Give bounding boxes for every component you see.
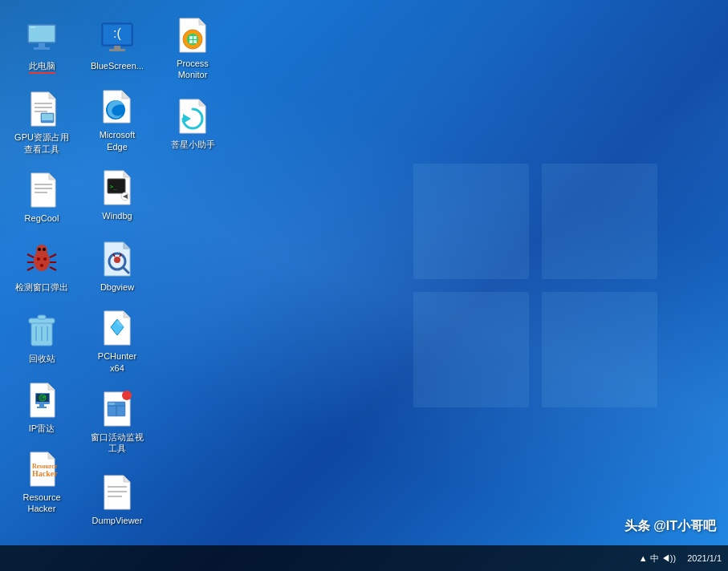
microsoft-edge-icon-image <box>98 87 136 126</box>
svg-marker-60 <box>122 91 130 99</box>
svg-marker-68 <box>124 242 130 249</box>
gpu-tool-icon-image <box>22 90 61 128</box>
taskbar-right: ▲ 中 ◀)) 2021/1/1 <box>639 553 722 565</box>
svg-rect-6 <box>39 43 45 47</box>
icon-detect-window[interactable]: 检测窗口弹出 <box>6 233 78 299</box>
svg-rect-97 <box>193 40 197 43</box>
svg-marker-75 <box>124 311 130 318</box>
icon-dbgview[interactable]: Dbgview <box>81 233 153 299</box>
icon-dumpviewer[interactable]: DumpViewer <box>81 467 153 533</box>
icon-window-monitor[interactable]: 窗口活动监视工具 <box>81 383 153 461</box>
recycle-bin-icon-image <box>22 311 61 350</box>
svg-marker-63 <box>124 171 130 177</box>
icon-regcool[interactable]: RegCool <box>6 164 78 230</box>
svg-point-34 <box>40 264 43 267</box>
resource-hacker-label: ResourceHacker <box>22 492 60 515</box>
icon-resource-hacker[interactable]: Resource Hacker ResourceHacker <box>6 443 78 521</box>
svg-marker-91 <box>199 18 205 25</box>
puxing-assistant-label: 菩星小助手 <box>171 139 215 150</box>
desktop: 此电脑 GPU资源占用查看工具 <box>0 0 728 571</box>
svg-point-33 <box>43 257 47 261</box>
detect-window-label: 检测窗口弹出 <box>15 281 68 293</box>
svg-rect-96 <box>189 40 193 43</box>
svg-point-25 <box>43 248 46 251</box>
dbgview-label: Dbgview <box>100 281 134 293</box>
taskbar: ▲ 中 ◀)) 2021/1/1 <box>0 545 728 571</box>
bluescreen-icon-image: :( <box>98 18 136 57</box>
svg-point-32 <box>37 257 40 261</box>
ip-radar-icon-image <box>22 381 61 419</box>
svg-rect-48 <box>39 404 44 407</box>
icon-gpu-tool[interactable]: GPU资源占用查看工具 <box>6 83 78 161</box>
svg-marker-51 <box>48 452 55 459</box>
icon-this-pc[interactable]: 此电脑 <box>6 12 78 80</box>
dbgview-icon-image <box>98 240 136 278</box>
icon-windbg[interactable]: >_ Windbg <box>81 162 153 228</box>
svg-line-26 <box>27 254 34 257</box>
regcool-label: RegCool <box>25 213 59 224</box>
svg-rect-15 <box>42 114 53 120</box>
svg-rect-49 <box>37 407 47 408</box>
process-monitor-icon-image <box>173 16 212 55</box>
windows-logo-background <box>407 157 664 414</box>
puxing-assistant-icon-image <box>173 97 212 136</box>
svg-rect-2 <box>413 292 529 407</box>
resource-hacker-icon-image: Resource Hacker <box>22 450 61 488</box>
svg-line-29 <box>50 254 56 257</box>
gpu-tool-label: GPU资源占用查看工具 <box>14 132 69 155</box>
svg-rect-58 <box>109 49 125 51</box>
svg-rect-1 <box>542 164 657 279</box>
pchunter-label: PCHunterx64 <box>98 350 136 374</box>
svg-rect-0 <box>413 164 529 279</box>
svg-marker-99 <box>199 99 205 106</box>
svg-rect-3 <box>542 292 657 407</box>
dumpviewer-label: DumpViewer <box>92 515 143 526</box>
window-monitor-label: 窗口活动监视工具 <box>91 431 144 455</box>
pchunter-icon-image <box>98 309 136 347</box>
regcool-icon-image <box>22 171 61 209</box>
svg-point-23 <box>36 245 47 256</box>
svg-marker-86 <box>124 476 130 482</box>
svg-text:Hacker: Hacker <box>32 469 58 478</box>
svg-marker-18 <box>49 173 55 180</box>
svg-point-80 <box>122 391 132 400</box>
icon-bluescreen[interactable]: :( BlueScreen... <box>81 12 153 78</box>
ip-radar-label: IP雷达 <box>29 423 55 434</box>
icon-recycle-bin[interactable]: 回收站 <box>6 305 78 371</box>
svg-line-31 <box>50 267 56 270</box>
svg-rect-94 <box>189 36 193 39</box>
svg-point-24 <box>38 248 41 251</box>
windbg-label: Windbg <box>102 210 132 221</box>
svg-line-28 <box>27 267 34 270</box>
svg-marker-10 <box>49 92 55 99</box>
icons-area: 此电脑 GPU资源占用查看工具 <box>4 8 261 553</box>
svg-rect-84 <box>108 403 115 405</box>
icon-microsoft-edge[interactable]: MicrosoftEdge <box>81 81 153 159</box>
svg-text::(: :( <box>113 26 121 40</box>
this-pc-label: 此电脑 <box>29 60 55 74</box>
bluescreen-label: BlueScreen... <box>91 60 144 71</box>
svg-rect-5 <box>29 26 55 42</box>
icon-process-monitor[interactable]: ProcessMonitor <box>157 10 229 87</box>
svg-rect-7 <box>34 47 50 50</box>
svg-rect-95 <box>193 36 197 39</box>
svg-rect-57 <box>114 46 120 49</box>
watermark: 头条 @IT小哥吧 <box>624 518 716 535</box>
icon-puxing-assistant[interactable]: 菩星小助手 <box>157 91 229 156</box>
svg-rect-16 <box>44 120 47 122</box>
svg-text:>_: >_ <box>110 184 117 190</box>
window-monitor-icon-image <box>98 390 136 428</box>
detect-window-icon-image <box>22 240 61 278</box>
this-pc-icon-image <box>22 18 61 57</box>
svg-rect-37 <box>38 315 46 319</box>
svg-marker-42 <box>48 383 55 390</box>
recycle-bin-label: 回收站 <box>29 353 55 364</box>
windbg-icon-image: >_ <box>98 168 136 207</box>
taskbar-time: ▲ 中 ◀)) 2021/1/1 <box>639 553 722 565</box>
icon-pchunter[interactable]: PCHunterx64 <box>81 302 153 380</box>
dumpviewer-icon-image <box>98 473 136 512</box>
svg-point-71 <box>114 257 120 263</box>
icon-ip-radar[interactable]: IP雷达 <box>6 375 78 440</box>
microsoft-edge-label: MicrosoftEdge <box>100 129 136 152</box>
process-monitor-label: ProcessMonitor <box>177 58 209 81</box>
